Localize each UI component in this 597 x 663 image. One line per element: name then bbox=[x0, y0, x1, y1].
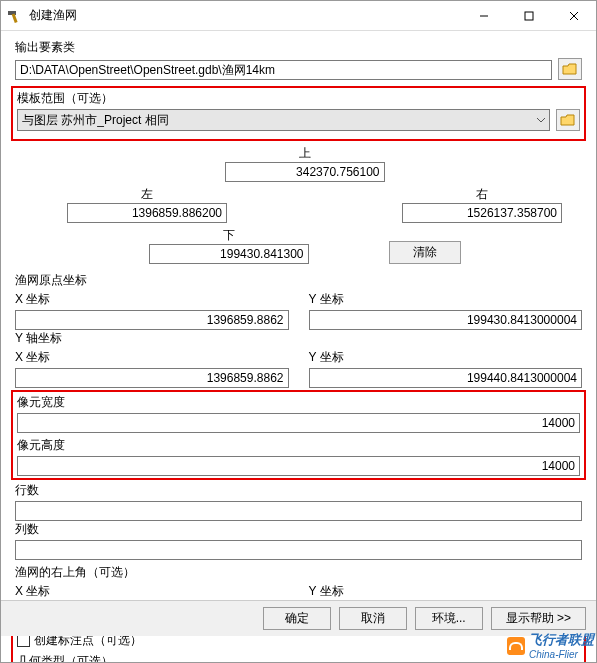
origin-y-input[interactable] bbox=[309, 310, 583, 330]
yaxis-y-label: Y 坐标 bbox=[309, 349, 583, 366]
extent-right-input[interactable] bbox=[402, 203, 562, 223]
chevron-down-icon bbox=[537, 116, 545, 124]
yaxis-y-input[interactable] bbox=[309, 368, 583, 388]
cols-input[interactable] bbox=[15, 540, 582, 560]
template-extent-highlight: 模板范围（可选） 与图层 苏州市_Project 相同 bbox=[11, 86, 586, 141]
show-help-button[interactable]: 显示帮助 >> bbox=[491, 607, 586, 630]
watermark-sub-text: China-Flier bbox=[529, 649, 594, 660]
extent-top-label: 上 bbox=[299, 145, 311, 162]
ok-button[interactable]: 确定 bbox=[263, 607, 331, 630]
cell-height-input[interactable] bbox=[17, 456, 580, 476]
browse-template-button[interactable] bbox=[556, 109, 580, 131]
origin-section-label: 渔网原点坐标 bbox=[15, 272, 582, 289]
yaxis-section-label: Y 轴坐标 bbox=[15, 330, 582, 347]
rows-label: 行数 bbox=[15, 482, 582, 499]
extent-left-label: 左 bbox=[67, 186, 227, 203]
rows-input[interactable] bbox=[15, 501, 582, 521]
window-title: 创建渔网 bbox=[29, 7, 461, 24]
output-path-input[interactable] bbox=[15, 60, 552, 80]
environments-button[interactable]: 环境... bbox=[415, 607, 483, 630]
folder-open-icon bbox=[562, 62, 578, 76]
extent-left-input[interactable] bbox=[67, 203, 227, 223]
cols-label: 列数 bbox=[15, 521, 582, 538]
extent-bottom-label: 下 bbox=[223, 227, 235, 244]
minimize-button[interactable] bbox=[461, 1, 506, 30]
origin-y-label: Y 坐标 bbox=[309, 291, 583, 308]
titlebar: 创建渔网 bbox=[1, 1, 596, 31]
svg-rect-1 bbox=[12, 13, 18, 22]
cell-width-label: 像元宽度 bbox=[17, 394, 580, 411]
site-watermark: 飞行者联盟 China-Flier bbox=[507, 631, 594, 660]
output-label: 输出要素类 bbox=[15, 39, 582, 56]
extent-top-input[interactable] bbox=[225, 162, 385, 182]
origin-x-input[interactable] bbox=[15, 310, 289, 330]
extent-right-label: 右 bbox=[402, 186, 562, 203]
template-extent-label: 模板范围（可选） bbox=[17, 90, 580, 107]
cell-height-label: 像元高度 bbox=[17, 437, 580, 454]
geometry-type-label: 几何类型（可选） bbox=[17, 653, 580, 663]
close-button[interactable] bbox=[551, 1, 596, 30]
browse-output-button[interactable] bbox=[558, 58, 582, 80]
svg-rect-3 bbox=[525, 12, 533, 20]
folder-open-icon bbox=[560, 113, 576, 127]
watermark-icon bbox=[507, 637, 525, 655]
app-icon-hammer bbox=[7, 8, 23, 24]
yaxis-x-input[interactable] bbox=[15, 368, 289, 388]
watermark-main-text: 飞行者联盟 bbox=[529, 631, 594, 649]
cancel-button[interactable]: 取消 bbox=[339, 607, 407, 630]
cell-width-input[interactable] bbox=[17, 413, 580, 433]
cell-size-highlight: 像元宽度 像元高度 bbox=[11, 390, 586, 480]
origin-x-label: X 坐标 bbox=[15, 291, 289, 308]
clear-extent-button[interactable]: 清除 bbox=[389, 241, 461, 264]
template-extent-value: 与图层 苏州市_Project 相同 bbox=[22, 112, 169, 129]
corner-section-label: 渔网的右上角（可选） bbox=[15, 564, 582, 581]
corner-x-label: X 坐标 bbox=[15, 583, 289, 600]
template-extent-dropdown[interactable]: 与图层 苏州市_Project 相同 bbox=[17, 109, 550, 131]
extent-bottom-input[interactable] bbox=[149, 244, 309, 264]
yaxis-x-label: X 坐标 bbox=[15, 349, 289, 366]
corner-y-label: Y 坐标 bbox=[309, 583, 583, 600]
maximize-button[interactable] bbox=[506, 1, 551, 30]
